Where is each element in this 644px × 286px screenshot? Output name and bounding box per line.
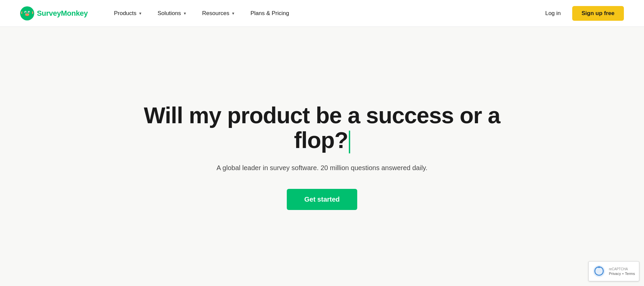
navbar: SurveyMonkey Products ▼ Solutions ▼ Reso… (0, 0, 644, 27)
nav-item-products[interactable]: Products ▼ (108, 7, 148, 20)
text-cursor (349, 131, 350, 153)
nav-solutions-label: Solutions (158, 10, 181, 17)
nav-item-plans-pricing[interactable]: Plans & Pricing (245, 7, 295, 20)
nav-item-solutions[interactable]: Solutions ▼ (152, 7, 193, 20)
logo-link[interactable]: SurveyMonkey (20, 6, 88, 20)
svg-point-8 (25, 12, 26, 13)
nav-plans-pricing-label: Plans & Pricing (251, 10, 289, 17)
hero-section: Will my product be a success or a flop? … (0, 27, 644, 286)
navbar-nav: Products ▼ Solutions ▼ Resources ▼ Plans… (108, 7, 539, 20)
recaptcha-privacy-link[interactable]: Privacy (609, 272, 621, 276)
recaptcha-brand: reCAPTCHA (609, 267, 635, 271)
surveymonkey-logo-icon (20, 6, 34, 20)
recaptcha-text: reCAPTCHA Privacy • Terms (609, 267, 635, 276)
logo-text: SurveyMonkey (37, 9, 88, 18)
hero-title: Will my product be a success or a flop? (138, 103, 506, 154)
recaptcha-terms-link[interactable]: Terms (625, 272, 635, 276)
navbar-actions: Log in Sign up free (539, 6, 624, 21)
recaptcha-logo-icon (593, 265, 605, 278)
svg-point-5 (22, 8, 32, 18)
login-button[interactable]: Log in (539, 7, 567, 20)
svg-point-12 (28, 14, 28, 14)
get-started-button[interactable]: Get started (287, 189, 357, 210)
hero-subtitle: A global leader in survey software. 20 m… (217, 163, 428, 173)
nav-resources-label: Resources (202, 10, 229, 17)
svg-point-9 (29, 12, 30, 13)
chevron-down-icon: ▼ (183, 11, 187, 15)
chevron-down-icon: ▼ (139, 11, 142, 15)
signup-button[interactable]: Sign up free (572, 6, 624, 21)
nav-products-label: Products (114, 10, 137, 17)
recaptcha-badge: reCAPTCHA Privacy • Terms (588, 261, 639, 281)
svg-point-10 (25, 13, 29, 16)
recaptcha-links[interactable]: Privacy • Terms (609, 272, 635, 276)
chevron-down-icon: ▼ (231, 11, 235, 15)
nav-item-resources[interactable]: Resources ▼ (196, 7, 241, 20)
svg-point-11 (26, 14, 27, 14)
recaptcha-separator: • (622, 272, 624, 276)
